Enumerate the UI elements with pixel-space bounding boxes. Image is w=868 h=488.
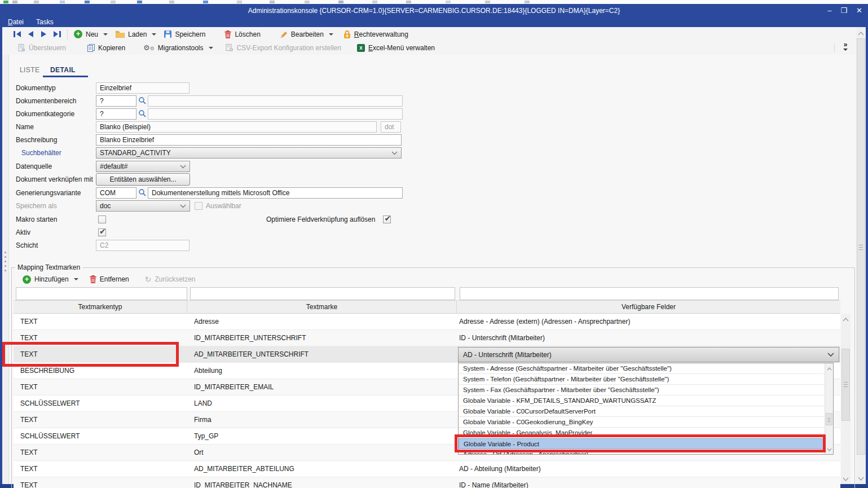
dropdown-scrollbar[interactable]	[825, 363, 833, 454]
form-row-dokumenttyp: Dokumenttyp Einzelbrief	[16, 82, 190, 94]
migrationstools-button[interactable]: ⚙⚙Migrationstools	[140, 42, 206, 54]
mapping-toolbar: +Hinzufügen Entfernen ↻Zurücksetzen	[19, 272, 199, 286]
gears-icon: ⚙⚙	[143, 43, 155, 52]
schicht-field: C2	[96, 240, 190, 251]
dokumentkategorie-field[interactable]: ?	[96, 108, 136, 120]
collapsed-side-panel[interactable]: < >	[2, 27, 9, 484]
bearbeiten-dropdown-caret[interactable]	[329, 33, 333, 36]
search-icon[interactable]	[138, 96, 146, 106]
rechteverwaltung-button[interactable]: Rechteverwaltung	[340, 28, 412, 41]
window-border-right	[866, 17, 868, 488]
nav-previous-button[interactable]	[25, 28, 37, 41]
datenquelle-dropdown[interactable]: #default#	[96, 161, 190, 172]
excel-menu-button[interactable]: xExcel-Menü verwalten	[354, 42, 438, 54]
generierungsvariante-field[interactable]: COM	[96, 187, 136, 199]
minimize-button[interactable]: –	[827, 6, 831, 15]
optimiere-feldverknuepfung-checkbox[interactable]	[383, 216, 391, 223]
makro-starten-checkbox[interactable]	[98, 216, 106, 223]
form-row-makro: Makro starten Optimiere Feldverknüpfung …	[16, 214, 391, 225]
column-header-textmarkentyp[interactable]: Textmarkentyp	[14, 300, 187, 314]
form-row-suchbehaelter: Suchbehälter STANDARD_ACTIVITY	[16, 147, 402, 159]
kopieren-button[interactable]: Kopieren	[84, 42, 129, 54]
dropdown-item[interactable]: Globale Variable - KFM_DETAILS_STANDARD_…	[459, 395, 825, 406]
mapping-textmarken-legend: Mapping Textmarken	[15, 263, 82, 271]
dropdown-item[interactable]: Globale Variable - C0CursorDefaultServer…	[459, 406, 825, 417]
scroll-up-icon[interactable]	[856, 29, 866, 37]
menu-tasks[interactable]: Tasks	[36, 18, 54, 26]
scroll-down-icon[interactable]	[841, 475, 851, 483]
maximize-button[interactable]: ❒	[840, 6, 847, 15]
loeschen-button[interactable]: Löschen	[221, 28, 263, 41]
dropdown-item[interactable]: Adresse - Ort (Adressen - Ansprechpartne…	[459, 449, 825, 455]
hinzufuegen-button[interactable]: +Hinzufügen	[19, 273, 72, 285]
form-row-generierungsvariante: Generierungsvariante COM Dokumentenerste…	[16, 187, 403, 199]
migrationstools-dropdown-caret[interactable]	[209, 47, 213, 49]
beschreibung-field[interactable]: Blanko Einzelbrief	[96, 134, 402, 146]
secondary-toolbar: Übersteuern Kopieren ⚙⚙Migrationstools C…	[2, 41, 866, 55]
entfernen-button[interactable]: Entfernen	[86, 273, 133, 285]
tab-strip: LISTE DETAIL	[9, 55, 857, 78]
bearbeiten-button[interactable]: Bearbeiten	[276, 28, 327, 41]
trash-icon	[224, 30, 231, 38]
table-row[interactable]: TEXTAD_MITARBEITER_ABTEILUNGAD - Abteilu…	[14, 461, 840, 477]
table-row[interactable]: TEXTID_MITARBEITER_NACHNAMEID - Name (Mi…	[14, 477, 840, 488]
scroll-up-icon[interactable]	[825, 364, 833, 372]
nav-first-button[interactable]	[10, 28, 25, 41]
verfuegbare-felder-combobox-open[interactable]: AD - Unterschrift (Mitarbeiter)	[458, 347, 839, 362]
document-override-icon	[18, 44, 25, 52]
main-scrollbar[interactable]	[856, 27, 866, 484]
chevron-down-icon	[827, 353, 834, 357]
dropdown-item[interactable]: Globale Variable - Geoanalysis_MapProvid…	[459, 428, 825, 438]
dokumentenbereich-field[interactable]: ?	[96, 95, 136, 107]
scroll-down-icon[interactable]	[825, 445, 833, 453]
search-icon[interactable]	[138, 188, 146, 198]
csv-config-icon	[226, 44, 233, 52]
column-header-textmarke[interactable]: Textmarke	[187, 300, 457, 314]
window-title: Administrationskonsole {CURSOR-CRM=1.0}{…	[248, 7, 620, 15]
filter-textmarkentyp-input[interactable]	[16, 287, 187, 300]
toolbar-overflow-button[interactable]: »	[838, 42, 853, 54]
aktiv-checkbox[interactable]	[98, 228, 106, 236]
filter-verfuegbare-felder-input[interactable]	[460, 287, 839, 300]
table-scrollbar[interactable]	[841, 314, 851, 484]
menu-bar: Datei Tasks	[0, 17, 868, 27]
plus-circle-icon: +	[74, 30, 82, 38]
table-row[interactable]: TEXTID_MITARBEITER_UNTERSCHRIFTID - Unte…	[14, 330, 840, 346]
speichern-als-dropdown[interactable]: doc	[96, 200, 190, 212]
form-row-name: Name Blanko (Beispiel) dot	[16, 121, 401, 133]
nav-next-button[interactable]	[37, 28, 50, 41]
trash-icon	[90, 275, 96, 283]
close-button[interactable]: ✕	[856, 6, 862, 15]
scroll-up-icon[interactable]	[841, 315, 851, 323]
entitaeten-auswaehlen-button[interactable]: Entitäten auswählen...	[96, 173, 190, 186]
uebersteuern-button: Übersteuern	[15, 42, 69, 54]
dropdown-item[interactable]: System - Telefon (Geschäftspartner - Mit…	[459, 374, 825, 385]
filter-textmarke-input[interactable]	[190, 287, 455, 300]
dropdown-item[interactable]: System - Adresse (Geschäftspartner - Mit…	[459, 363, 825, 374]
dropdown-item-selected[interactable]: Globale Variable - Product	[459, 438, 825, 449]
neu-button[interactable]: +Neu	[71, 28, 102, 41]
neu-dropdown-caret[interactable]	[103, 33, 108, 36]
scroll-down-icon[interactable]	[856, 474, 866, 482]
tab-liste[interactable]: LISTE	[20, 66, 39, 74]
form-row-dokumentkategorie: Dokumentkategorie ?	[16, 108, 403, 120]
tab-detail[interactable]: DETAIL	[50, 66, 76, 74]
search-icon[interactable]	[138, 109, 146, 119]
name-field[interactable]: Blanko (Beispiel)	[96, 121, 377, 133]
column-header-verfuegbare-felder[interactable]: Verfügbare Felder	[457, 300, 840, 314]
lock-icon	[343, 30, 351, 38]
nav-last-button[interactable]	[50, 28, 64, 41]
form-row-schicht: Schicht C2	[16, 240, 190, 251]
suchbehaelter-dropdown[interactable]: STANDARD_ACTIVITY	[96, 147, 402, 159]
laden-dropdown-caret[interactable]	[152, 33, 156, 36]
speichern-button[interactable]: Speichern	[161, 28, 209, 41]
laden-button[interactable]: Laden	[112, 28, 150, 41]
table-row[interactable]: TEXTAdresseAdresse - Adresse (extern) (A…	[14, 314, 840, 330]
form-row-speichern-als: Speichern als doc Auswählbar	[16, 200, 241, 212]
dropdown-item[interactable]: System - Fax (Geschäftspartner - Mitarbe…	[459, 385, 825, 395]
menu-datei[interactable]: Datei	[8, 18, 24, 26]
dokumenttyp-field[interactable]: Einzelbrief	[96, 82, 190, 94]
hinzufuegen-dropdown-caret[interactable]	[74, 278, 78, 280]
auswaehlbar-checkbox	[195, 202, 202, 210]
dropdown-item[interactable]: Globale Variable - C0Geokodierung_BingKe…	[459, 417, 825, 428]
